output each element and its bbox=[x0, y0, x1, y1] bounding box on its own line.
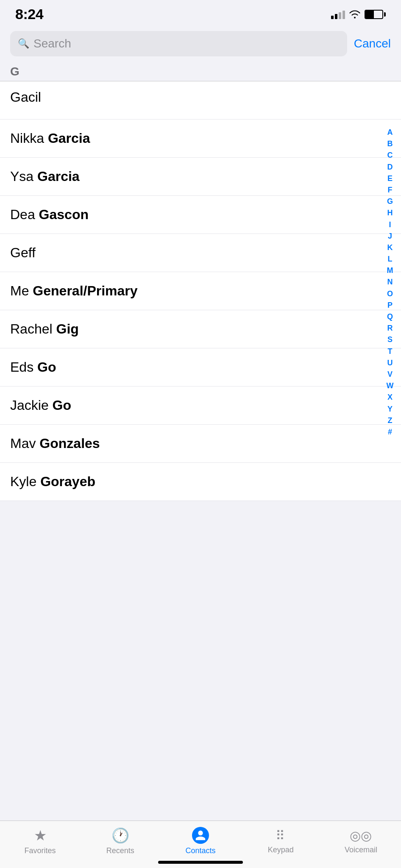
status-time: 8:24 bbox=[15, 6, 43, 22]
alpha-j[interactable]: J bbox=[385, 231, 395, 242]
tab-favorites[interactable]: ★ Favorites bbox=[0, 827, 80, 855]
contacts-list: Gacil Nikka Garcia Ysa Garcia Dea Gascon… bbox=[0, 81, 401, 560]
alpha-c[interactable]: C bbox=[385, 150, 395, 161]
alpha-r[interactable]: R bbox=[385, 323, 395, 334]
alpha-g[interactable]: G bbox=[385, 196, 395, 207]
contact-name: Mav Gonzales bbox=[10, 435, 100, 451]
alpha-d[interactable]: D bbox=[385, 162, 395, 172]
alpha-f[interactable]: F bbox=[385, 185, 395, 195]
alpha-k[interactable]: K bbox=[385, 242, 395, 253]
contact-last-name: General/Primary bbox=[33, 283, 137, 298]
list-item[interactable]: Geff bbox=[0, 234, 401, 272]
home-indicator bbox=[158, 861, 243, 864]
list-item[interactable]: Ysa Garcia bbox=[0, 158, 401, 196]
list-item[interactable]: Nikka Garcia bbox=[0, 120, 401, 158]
contact-name: Eds Go bbox=[10, 359, 56, 375]
contact-first-name: Jackie bbox=[10, 398, 53, 413]
voicemail-icon: ◎◎ bbox=[350, 828, 372, 843]
tab-contacts[interactable]: Contacts bbox=[160, 827, 240, 855]
alpha-p[interactable]: P bbox=[385, 300, 395, 311]
list-item[interactable]: Mav Gonzales bbox=[0, 425, 401, 463]
alpha-t[interactable]: T bbox=[385, 346, 395, 357]
contact-name: Nikka Garcia bbox=[10, 130, 90, 146]
search-area: 🔍 Search Cancel bbox=[0, 27, 401, 61]
alpha-o[interactable]: O bbox=[385, 289, 395, 299]
tab-recents-label: Recents bbox=[106, 846, 134, 855]
tab-keypad-label: Keypad bbox=[268, 846, 294, 854]
contact-first-name: Ysa bbox=[10, 169, 37, 184]
contact-first-name: Kyle bbox=[10, 474, 40, 489]
contact-name: Gacil bbox=[10, 89, 41, 105]
alpha-n[interactable]: N bbox=[385, 277, 395, 287]
contact-first-name: Me bbox=[10, 283, 33, 298]
contact-name: Geff bbox=[10, 245, 36, 261]
search-icon: 🔍 bbox=[18, 38, 29, 49]
battery-icon bbox=[365, 10, 386, 19]
alpha-u[interactable]: U bbox=[385, 358, 395, 368]
alpha-b[interactable]: B bbox=[385, 139, 395, 149]
alpha-hash[interactable]: # bbox=[385, 427, 395, 437]
alpha-q[interactable]: Q bbox=[385, 312, 395, 322]
list-item[interactable]: Eds Go bbox=[0, 348, 401, 387]
alpha-v[interactable]: V bbox=[385, 369, 395, 380]
contact-last-name: Gascon bbox=[39, 207, 89, 222]
alpha-y[interactable]: Y bbox=[385, 404, 395, 415]
contact-first-name: Dea bbox=[10, 207, 39, 222]
list-item[interactable]: Kyle Gorayeb bbox=[0, 463, 401, 501]
section-header-g: G bbox=[0, 61, 401, 81]
status-bar: 8:24 bbox=[0, 0, 401, 27]
recents-icon: 🕐 bbox=[111, 827, 129, 844]
contact-first-name: Rachel bbox=[10, 321, 56, 337]
contact-last-name: Gig bbox=[56, 321, 79, 337]
contact-last-name: Gorayeb bbox=[40, 474, 95, 489]
contact-last-name: Garcia bbox=[37, 169, 80, 184]
alpha-m[interactable]: M bbox=[385, 265, 395, 276]
contact-name: Kyle Gorayeb bbox=[10, 473, 95, 490]
alpha-l[interactable]: L bbox=[385, 254, 395, 264]
favorites-icon: ★ bbox=[34, 827, 47, 844]
tab-voicemail-label: Voicemail bbox=[345, 846, 377, 854]
alpha-w[interactable]: W bbox=[385, 381, 395, 391]
alpha-s[interactable]: S bbox=[385, 334, 395, 345]
contact-name: Rachel Gig bbox=[10, 321, 79, 337]
contact-last-name: Go bbox=[37, 359, 56, 375]
contact-name: Me General/Primary bbox=[10, 283, 138, 299]
section-letter: G bbox=[10, 65, 19, 78]
alpha-i[interactable]: I bbox=[385, 220, 395, 230]
contact-name: Dea Gascon bbox=[10, 206, 89, 223]
contact-name: Ysa Garcia bbox=[10, 168, 80, 184]
alpha-e[interactable]: E bbox=[385, 173, 395, 184]
alpha-x[interactable]: X bbox=[385, 392, 395, 403]
contact-first-name: Mav bbox=[10, 436, 39, 451]
search-input[interactable]: 🔍 Search bbox=[10, 31, 347, 56]
search-placeholder-text: Search bbox=[33, 37, 71, 50]
contact-last-name: Go bbox=[53, 398, 71, 413]
contact-last-name: Garcia bbox=[48, 131, 90, 146]
alpha-a[interactable]: A bbox=[385, 127, 395, 138]
cancel-button[interactable]: Cancel bbox=[354, 37, 391, 50]
tab-contacts-label: Contacts bbox=[185, 846, 215, 855]
contact-first-name: Nikka bbox=[10, 131, 48, 146]
alpha-h[interactable]: H bbox=[385, 208, 395, 218]
tab-recents[interactable]: 🕐 Recents bbox=[80, 827, 160, 855]
keypad-icon: ⠿ bbox=[276, 828, 286, 843]
contact-last-name: Gonzales bbox=[39, 436, 100, 451]
list-item[interactable]: Me General/Primary bbox=[0, 272, 401, 310]
list-item[interactable]: Rachel Gig bbox=[0, 310, 401, 348]
list-item[interactable]: Dea Gascon bbox=[0, 196, 401, 234]
alpha-z[interactable]: Z bbox=[385, 415, 395, 426]
status-icons bbox=[331, 10, 386, 19]
contact-name: Jackie Go bbox=[10, 397, 71, 413]
tab-favorites-label: Favorites bbox=[25, 846, 56, 855]
alphabet-index: A B C D E F G H I J K L M N O P Q R S T … bbox=[385, 127, 395, 437]
contact-first-name: Geff bbox=[10, 245, 36, 260]
tab-voicemail[interactable]: ◎◎ Voicemail bbox=[321, 828, 401, 854]
list-item[interactable]: Gacil bbox=[0, 81, 401, 120]
list-item[interactable]: Jackie Go bbox=[0, 387, 401, 425]
tab-keypad[interactable]: ⠿ Keypad bbox=[241, 828, 321, 854]
contacts-list-container: Gacil Nikka Garcia Ysa Garcia Dea Gascon… bbox=[0, 81, 401, 501]
contacts-icon bbox=[192, 827, 209, 844]
signal-icon bbox=[331, 10, 345, 19]
contact-first-name: Eds bbox=[10, 359, 37, 375]
contact-first-name: Gacil bbox=[10, 89, 41, 105]
